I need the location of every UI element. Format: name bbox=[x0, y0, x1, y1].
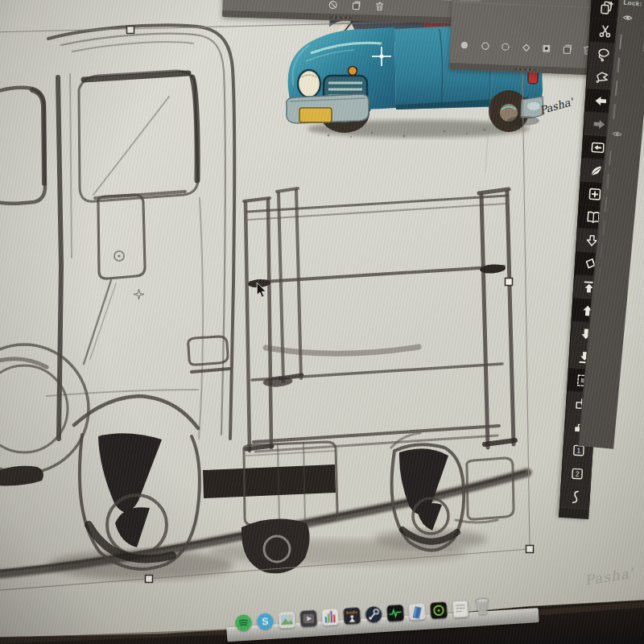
svg-text:S: S bbox=[262, 616, 269, 627]
svg-text:kindle: kindle bbox=[346, 609, 357, 615]
dock-activity-monitor[interactable] bbox=[386, 603, 406, 625]
dock-player[interactable] bbox=[299, 609, 319, 631]
monitor-screen: Pasha' Pasha' 12 Lock: bbox=[0, 0, 644, 644]
dock-kindle[interactable]: kindle bbox=[342, 606, 362, 629]
dock-trash[interactable] bbox=[472, 595, 493, 621]
dock-charts[interactable] bbox=[320, 608, 341, 630]
dock-steam[interactable] bbox=[364, 605, 384, 627]
dock-photos[interactable] bbox=[277, 610, 297, 633]
dock-notes[interactable] bbox=[451, 599, 471, 621]
desk-bottom bbox=[0, 0, 644, 644]
dock-skype[interactable]: S bbox=[255, 612, 275, 634]
dock-spotify[interactable] bbox=[233, 613, 254, 635]
sparkle-cursor-mark bbox=[134, 289, 144, 299]
dock-files[interactable] bbox=[407, 602, 427, 625]
mouse-cursor-arrow bbox=[256, 283, 267, 299]
dock-lens[interactable] bbox=[429, 601, 449, 623]
